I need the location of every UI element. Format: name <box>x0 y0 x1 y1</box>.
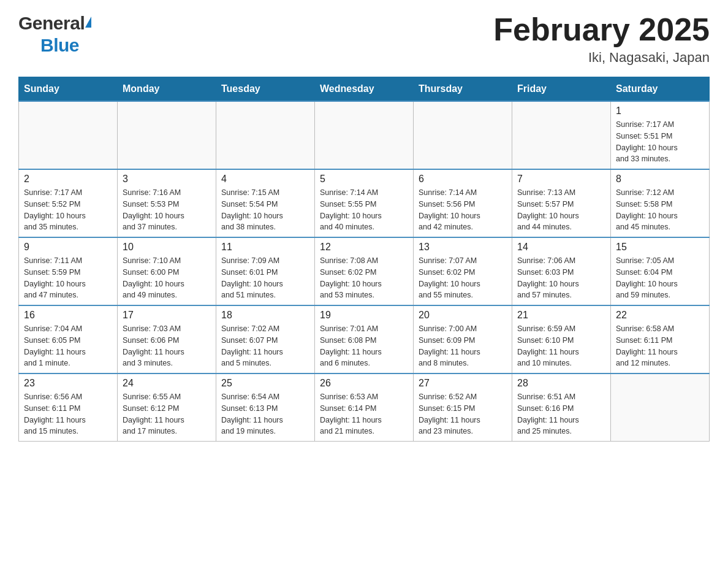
day-number: 4 <box>221 174 309 185</box>
calendar-cell: 13Sunrise: 7:07 AM Sunset: 6:02 PM Dayli… <box>414 237 512 305</box>
day-info: Sunrise: 6:52 AM Sunset: 6:15 PM Dayligh… <box>419 391 507 437</box>
day-number: 16 <box>24 310 112 321</box>
calendar-cell: 14Sunrise: 7:06 AM Sunset: 6:03 PM Dayli… <box>512 237 611 305</box>
day-number: 10 <box>123 242 211 253</box>
calendar-cell: 11Sunrise: 7:09 AM Sunset: 6:01 PM Dayli… <box>216 237 315 305</box>
day-number: 7 <box>517 174 605 185</box>
day-number: 18 <box>221 310 309 321</box>
day-info: Sunrise: 7:00 AM Sunset: 6:09 PM Dayligh… <box>419 323 507 369</box>
day-number: 22 <box>616 310 704 321</box>
calendar-cell <box>315 101 414 169</box>
day-number: 3 <box>123 174 211 185</box>
calendar-cell: 6Sunrise: 7:14 AM Sunset: 5:56 PM Daylig… <box>414 169 512 237</box>
day-info: Sunrise: 6:59 AM Sunset: 6:10 PM Dayligh… <box>517 323 605 369</box>
day-info: Sunrise: 7:04 AM Sunset: 6:05 PM Dayligh… <box>24 323 112 369</box>
calendar-header: Sunday Monday Tuesday Wednesday Thursday… <box>19 77 710 102</box>
day-info: Sunrise: 7:01 AM Sunset: 6:08 PM Dayligh… <box>320 323 408 369</box>
day-info: Sunrise: 7:17 AM Sunset: 5:52 PM Dayligh… <box>24 187 112 233</box>
calendar-week-2: 2Sunrise: 7:17 AM Sunset: 5:52 PM Daylig… <box>19 169 710 237</box>
day-number: 26 <box>320 378 408 389</box>
calendar-cell: 21Sunrise: 6:59 AM Sunset: 6:10 PM Dayli… <box>512 305 611 373</box>
day-number: 14 <box>517 242 605 253</box>
day-number: 27 <box>419 378 507 389</box>
logo-triangle-icon <box>85 17 91 28</box>
calendar-cell: 12Sunrise: 7:08 AM Sunset: 6:02 PM Dayli… <box>315 237 414 305</box>
day-number: 6 <box>419 174 507 185</box>
day-info: Sunrise: 6:54 AM Sunset: 6:13 PM Dayligh… <box>221 391 309 437</box>
day-info: Sunrise: 6:55 AM Sunset: 6:12 PM Dayligh… <box>123 391 211 437</box>
calendar-cell: 27Sunrise: 6:52 AM Sunset: 6:15 PM Dayli… <box>414 373 512 442</box>
day-info: Sunrise: 6:58 AM Sunset: 6:11 PM Dayligh… <box>616 323 704 369</box>
day-info: Sunrise: 7:17 AM Sunset: 5:51 PM Dayligh… <box>616 119 704 165</box>
calendar-cell: 4Sunrise: 7:15 AM Sunset: 5:54 PM Daylig… <box>216 169 315 237</box>
day-number: 5 <box>320 174 408 185</box>
col-friday: Friday <box>512 77 611 102</box>
day-info: Sunrise: 7:14 AM Sunset: 5:55 PM Dayligh… <box>320 187 408 233</box>
day-info: Sunrise: 6:51 AM Sunset: 6:16 PM Dayligh… <box>517 391 605 437</box>
calendar-cell: 17Sunrise: 7:03 AM Sunset: 6:06 PM Dayli… <box>118 305 216 373</box>
calendar-cell: 23Sunrise: 6:56 AM Sunset: 6:11 PM Dayli… <box>19 373 118 442</box>
day-info: Sunrise: 7:13 AM Sunset: 5:57 PM Dayligh… <box>517 187 605 233</box>
day-number: 19 <box>320 310 408 321</box>
logo-general-text: General <box>18 12 85 34</box>
calendar-cell: 22Sunrise: 6:58 AM Sunset: 6:11 PM Dayli… <box>611 305 710 373</box>
day-number: 11 <box>221 242 309 253</box>
col-thursday: Thursday <box>414 77 512 102</box>
day-info: Sunrise: 7:03 AM Sunset: 6:06 PM Dayligh… <box>123 323 211 369</box>
day-number: 13 <box>419 242 507 253</box>
day-number: 15 <box>616 242 704 253</box>
day-info: Sunrise: 7:08 AM Sunset: 6:02 PM Dayligh… <box>320 255 408 301</box>
calendar-week-1: 1Sunrise: 7:17 AM Sunset: 5:51 PM Daylig… <box>19 101 710 169</box>
day-number: 12 <box>320 242 408 253</box>
day-number: 20 <box>419 310 507 321</box>
day-number: 28 <box>517 378 605 389</box>
calendar-week-4: 16Sunrise: 7:04 AM Sunset: 6:05 PM Dayli… <box>19 305 710 373</box>
day-info: Sunrise: 7:15 AM Sunset: 5:54 PM Dayligh… <box>221 187 309 233</box>
calendar-cell: 5Sunrise: 7:14 AM Sunset: 5:55 PM Daylig… <box>315 169 414 237</box>
day-number: 23 <box>24 378 112 389</box>
calendar-cell: 9Sunrise: 7:11 AM Sunset: 5:59 PM Daylig… <box>19 237 118 305</box>
calendar-cell <box>19 101 118 169</box>
calendar-cell: 15Sunrise: 7:05 AM Sunset: 6:04 PM Dayli… <box>611 237 710 305</box>
col-monday: Monday <box>118 77 216 102</box>
day-number: 2 <box>24 174 112 185</box>
calendar-table: Sunday Monday Tuesday Wednesday Thursday… <box>18 77 710 442</box>
calendar-cell: 19Sunrise: 7:01 AM Sunset: 6:08 PM Dayli… <box>315 305 414 373</box>
day-info: Sunrise: 6:53 AM Sunset: 6:14 PM Dayligh… <box>320 391 408 437</box>
calendar-cell <box>512 101 611 169</box>
day-info: Sunrise: 7:09 AM Sunset: 6:01 PM Dayligh… <box>221 255 309 301</box>
calendar-cell: 18Sunrise: 7:02 AM Sunset: 6:07 PM Dayli… <box>216 305 315 373</box>
calendar-cell: 10Sunrise: 7:10 AM Sunset: 6:00 PM Dayli… <box>118 237 216 305</box>
calendar-cell <box>118 101 216 169</box>
day-info: Sunrise: 7:12 AM Sunset: 5:58 PM Dayligh… <box>616 187 704 233</box>
logo-blue-text: Blue <box>40 35 79 55</box>
day-number: 24 <box>123 378 211 389</box>
logo: General Blue <box>18 12 91 56</box>
day-number: 8 <box>616 174 704 185</box>
calendar-title: February 2025 <box>493 12 710 47</box>
calendar-cell <box>216 101 315 169</box>
day-info: Sunrise: 7:07 AM Sunset: 6:02 PM Dayligh… <box>419 255 507 301</box>
calendar-cell: 16Sunrise: 7:04 AM Sunset: 6:05 PM Dayli… <box>19 305 118 373</box>
day-number: 25 <box>221 378 309 389</box>
col-tuesday: Tuesday <box>216 77 315 102</box>
calendar-week-5: 23Sunrise: 6:56 AM Sunset: 6:11 PM Dayli… <box>19 373 710 442</box>
calendar-week-3: 9Sunrise: 7:11 AM Sunset: 5:59 PM Daylig… <box>19 237 710 305</box>
calendar-cell: 8Sunrise: 7:12 AM Sunset: 5:58 PM Daylig… <box>611 169 710 237</box>
day-info: Sunrise: 7:14 AM Sunset: 5:56 PM Dayligh… <box>419 187 507 233</box>
calendar-cell: 25Sunrise: 6:54 AM Sunset: 6:13 PM Dayli… <box>216 373 315 442</box>
day-info: Sunrise: 7:02 AM Sunset: 6:07 PM Dayligh… <box>221 323 309 369</box>
day-number: 17 <box>123 310 211 321</box>
calendar-cell: 20Sunrise: 7:00 AM Sunset: 6:09 PM Dayli… <box>414 305 512 373</box>
day-info: Sunrise: 7:05 AM Sunset: 6:04 PM Dayligh… <box>616 255 704 301</box>
day-info: Sunrise: 7:11 AM Sunset: 5:59 PM Dayligh… <box>24 255 112 301</box>
day-info: Sunrise: 6:56 AM Sunset: 6:11 PM Dayligh… <box>24 391 112 437</box>
page-header: General Blue February 2025 Iki, Nagasaki… <box>18 12 710 66</box>
location-label: Iki, Nagasaki, Japan <box>493 50 710 66</box>
col-saturday: Saturday <box>611 77 710 102</box>
calendar-cell: 26Sunrise: 6:53 AM Sunset: 6:14 PM Dayli… <box>315 373 414 442</box>
calendar-cell: 24Sunrise: 6:55 AM Sunset: 6:12 PM Dayli… <box>118 373 216 442</box>
title-block: February 2025 Iki, Nagasaki, Japan <box>493 12 710 66</box>
day-number: 21 <box>517 310 605 321</box>
day-number: 1 <box>616 105 704 117</box>
